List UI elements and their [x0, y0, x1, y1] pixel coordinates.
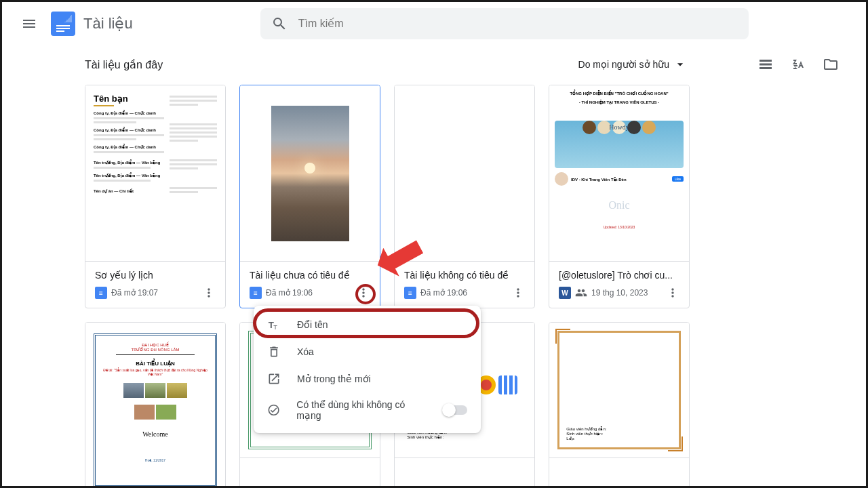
document-thumbnail: [240, 85, 380, 262]
search-input[interactable]: [298, 18, 738, 30]
docs-type-icon: ≡: [95, 287, 107, 299]
document-thumbnail: Giáo viên hướng dẫn: Sinh viên thực hiện…: [549, 323, 689, 458]
document-card[interactable]: Tên bạn Công ty, Địa điểm — Chức danh Cô…: [85, 85, 226, 308]
document-card[interactable]: TỔNG HỢP DIỄN BIẾN "TRÒ CHƠI CUỒNG HOAN"…: [549, 85, 690, 308]
menu-offline[interactable]: Có thể dùng khi không có mạng: [254, 392, 481, 428]
more-options-button[interactable]: [666, 286, 679, 300]
main-menu-button[interactable]: [13, 7, 45, 40]
section-toolbar: Tài liệu gần đây Do mọi người sở hữu: [2, 45, 866, 78]
thumb-heading: Tên bạn: [94, 94, 164, 104]
more-options-button[interactable]: [511, 286, 525, 300]
chevron-down-icon: [673, 58, 687, 71]
document-card[interactable]: Giáo viên hướng dẫn: Sinh viên thực hiện…: [549, 322, 690, 488]
sort-az-icon[interactable]: [790, 56, 806, 73]
trash-icon: [267, 345, 281, 359]
search-icon: [271, 16, 288, 32]
annotation-oval: [253, 308, 479, 338]
document-date: Đã mở 19:06: [420, 288, 507, 298]
document-card[interactable]: ĐẠI HỌC HUẾ TRƯỜNG ĐH NÔNG LÂM BÀI TIỂU …: [85, 322, 226, 488]
app-header: Tài liệu: [2, 2, 866, 45]
owner-filter-label: Do mọi người sở hữu: [578, 59, 669, 70]
document-title: Sơ yếu lý lịch: [95, 270, 216, 281]
document-thumbnail: TỔNG HỢP DIỄN BIẾN "TRÒ CHƠI CUỒNG HOAN"…: [549, 85, 689, 262]
menu-open-new-tab-label: Mở trong thẻ mới: [297, 373, 371, 384]
app-title: Tài liệu: [83, 15, 133, 33]
offline-icon: [267, 403, 280, 417]
document-date: Đã mở 19:07: [111, 288, 198, 298]
menu-delete[interactable]: Xóa: [254, 338, 481, 365]
word-type-icon: W: [559, 287, 571, 299]
menu-open-new-tab[interactable]: Mở trong thẻ mới: [254, 365, 481, 392]
offline-toggle[interactable]: [443, 405, 467, 415]
more-options-button[interactable]: [202, 286, 216, 300]
docs-type-icon: ≡: [250, 287, 262, 299]
recent-documents-heading: Tài liệu gần đây: [85, 58, 163, 71]
document-thumbnail: ĐẠI HỌC HUẾ TRƯỜNG ĐH NÔNG LÂM BÀI TIỂU …: [85, 323, 225, 488]
annotation-circle: [355, 284, 376, 304]
document-date: 19 thg 10, 2023: [591, 288, 662, 298]
menu-delete-label: Xóa: [297, 346, 314, 357]
document-thumbnail: Tên bạn Công ty, Địa điểm — Chức danh Cô…: [85, 85, 225, 262]
owner-filter-dropdown[interactable]: Do mọi người sở hữu: [578, 58, 687, 71]
docs-logo-icon[interactable]: [51, 12, 75, 36]
document-title: [@oletuslore] Trò chơi cu...: [559, 270, 679, 281]
open-new-tab-icon: [267, 372, 281, 386]
list-view-icon[interactable]: [757, 56, 774, 73]
folder-icon[interactable]: [823, 56, 839, 73]
shared-icon: [575, 287, 587, 299]
menu-offline-label: Có thể dùng khi không có mạng: [296, 399, 427, 421]
search-bar[interactable]: [260, 8, 749, 39]
document-title: Tài liệu chưa có tiêu đề: [250, 270, 370, 281]
document-card-selected[interactable]: Tài liệu chưa có tiêu đề ≡ Đã mở 19:06: [239, 85, 380, 308]
document-date: Đã mở 19:06: [266, 288, 353, 298]
